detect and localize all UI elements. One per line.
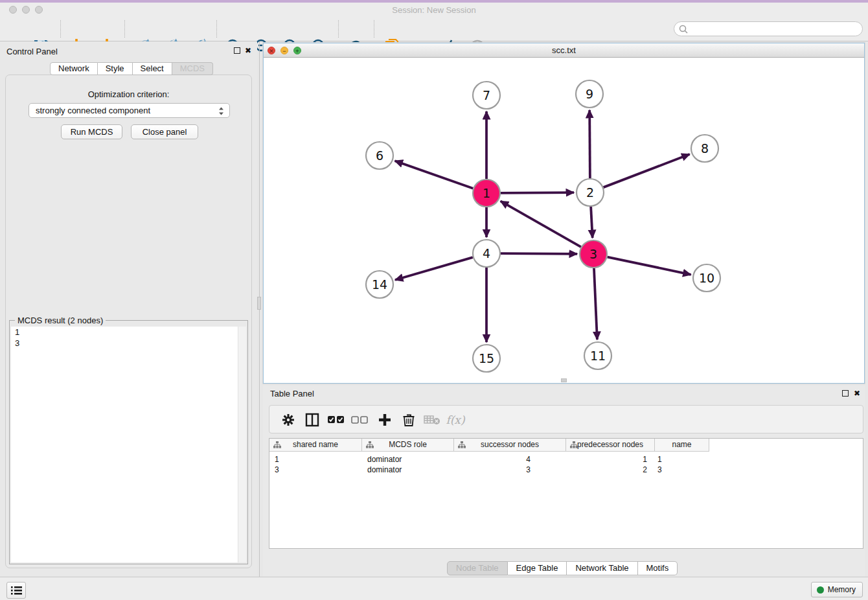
table-cell[interactable]: 3: [454, 465, 566, 475]
table-cell[interactable]: dominator: [362, 465, 454, 475]
graph-node-6[interactable]: 6: [366, 142, 393, 169]
column-header-predecessor-nodes[interactable]: predecessor nodes: [566, 439, 655, 452]
tab-network-table[interactable]: Network Table: [567, 561, 637, 575]
app-titlebar: Session: New Session: [0, 0, 868, 18]
node-label: 7: [483, 88, 490, 102]
delete-row-icon[interactable]: [399, 410, 418, 430]
close-panel-button[interactable]: Close panel: [131, 124, 198, 139]
tab-node-table[interactable]: Node Table: [447, 561, 508, 575]
graph-edge-2-3[interactable]: [591, 207, 593, 238]
memory-button[interactable]: Memory: [811, 582, 863, 597]
vertical-splitter-handle[interactable]: [257, 297, 261, 310]
table-cell[interactable]: 1: [566, 454, 655, 465]
mcds-result-groupbox: MCDS result (2 nodes) 13: [9, 320, 248, 564]
close-table-panel-icon[interactable]: ✖: [854, 390, 860, 397]
table-toolbar: f(x): [269, 405, 863, 433]
fx-label: f(x): [446, 413, 464, 426]
toolbar-separator: [216, 20, 217, 38]
column-header-MCDS-role[interactable]: MCDS role: [362, 439, 454, 452]
optimization-criterion-label: Optimization criterion:: [0, 89, 257, 99]
table-cell[interactable]: 1: [655, 454, 709, 465]
node-label: 8: [701, 141, 709, 156]
table-cell[interactable]: 4: [454, 454, 566, 465]
table-cell[interactable]: 1: [269, 454, 362, 465]
control-panel-tabs: NetworkStyleSelectMCDS: [50, 62, 213, 75]
table-panel-title: Table Panel: [270, 389, 314, 398]
node-label: 2: [586, 185, 594, 200]
deselect-all-checkboxes-icon[interactable]: [350, 410, 369, 430]
node-label: 4: [483, 246, 490, 260]
hierarchy-icon: [458, 441, 466, 448]
criterion-value: strongly connected component: [36, 106, 150, 115]
graph-node-7[interactable]: 7: [473, 82, 500, 109]
function-builder-icon[interactable]: f(x): [446, 410, 465, 430]
graph-node-2[interactable]: 2: [577, 179, 604, 206]
table-cell[interactable]: dominator: [362, 454, 454, 465]
run-mcds-button[interactable]: Run MCDS: [61, 124, 122, 139]
table-cell[interactable]: 2: [566, 465, 655, 475]
task-history-button[interactable]: [6, 582, 26, 599]
graph-edge-3-10[interactable]: [608, 257, 691, 275]
search-box[interactable]: [674, 21, 863, 36]
network-window-titlebar[interactable]: ✕ − + scc.txt: [264, 43, 864, 58]
graph-node-3[interactable]: 3: [580, 240, 607, 268]
tab-mcds[interactable]: MCDS: [172, 62, 213, 75]
graph-node-8[interactable]: 8: [691, 135, 718, 162]
split-columns-icon[interactable]: [303, 410, 322, 430]
memory-status-icon: [817, 586, 824, 594]
network-canvas[interactable]: 7968124314101511: [264, 58, 864, 384]
gear-icon[interactable]: [279, 410, 298, 430]
node-label: 9: [586, 87, 593, 101]
select-all-checkboxes-icon[interactable]: [326, 410, 346, 430]
graph-edge-1-6[interactable]: [395, 161, 474, 188]
add-row-icon[interactable]: [375, 410, 394, 430]
titlebar-accent-strip: [0, 0, 868, 3]
main-toolbar: [0, 18, 868, 41]
float-table-panel-icon[interactable]: [842, 390, 849, 397]
network-scroll-handle[interactable]: [561, 378, 567, 382]
table-cell[interactable]: 3: [269, 465, 362, 475]
node-table: shared nameMCDS rolesuccessor nodesprede…: [269, 438, 863, 549]
tab-network[interactable]: Network: [50, 62, 98, 75]
node-label: 6: [376, 148, 383, 163]
column-header-successor-nodes[interactable]: successor nodes: [454, 439, 566, 452]
toolbar-separator: [338, 20, 339, 38]
node-label: 1: [483, 186, 490, 200]
graph-edge-1-2[interactable]: [501, 192, 574, 193]
graph-edge-3-1[interactable]: [501, 201, 581, 247]
graph-node-9[interactable]: 9: [576, 80, 603, 108]
node-label: 10: [699, 271, 714, 285]
control-panel-title: Control Panel: [6, 47, 58, 56]
column-header-name[interactable]: name: [655, 439, 709, 452]
graph-edge-4-14[interactable]: [395, 257, 473, 280]
graph-node-14[interactable]: 14: [366, 271, 393, 298]
tab-select[interactable]: Select: [133, 62, 172, 75]
graph-node-4[interactable]: 4: [473, 240, 500, 267]
tab-edge-table[interactable]: Edge Table: [508, 561, 567, 575]
table-cell[interactable]: 3: [655, 465, 709, 475]
graph-edge-3-11[interactable]: [594, 268, 597, 340]
graph-node-10[interactable]: 10: [693, 264, 720, 292]
result-line: 1: [11, 327, 246, 338]
close-panel-icon[interactable]: ✖: [245, 47, 251, 54]
float-panel-icon[interactable]: [234, 47, 240, 54]
graph-edge-4-3[interactable]: [501, 253, 577, 254]
column-header-shared-name[interactable]: shared name: [269, 439, 362, 452]
tab-motifs[interactable]: Motifs: [638, 561, 678, 575]
criterion-dropdown[interactable]: strongly connected component: [29, 103, 230, 118]
control-panel: Control Panel ✖ NetworkStyleSelectMCDS O…: [0, 41, 257, 577]
search-input[interactable]: [691, 23, 858, 35]
graph-node-1[interactable]: 1: [473, 179, 500, 207]
toolbar-separator: [124, 20, 125, 38]
delete-table-icon[interactable]: [422, 410, 442, 430]
list-icon: [11, 586, 22, 595]
graph-node-15[interactable]: 15: [473, 345, 500, 372]
result-scrollbar[interactable]: [238, 327, 246, 562]
window-title: Session: New Session: [0, 5, 868, 15]
mcds-result-list[interactable]: 13: [11, 327, 246, 562]
graph-node-11[interactable]: 11: [584, 342, 611, 369]
tab-style[interactable]: Style: [98, 62, 133, 75]
graph-edge-2-9[interactable]: [589, 110, 590, 178]
chevron-updown-icon: [218, 106, 224, 116]
graph-edge-2-8[interactable]: [604, 154, 690, 187]
